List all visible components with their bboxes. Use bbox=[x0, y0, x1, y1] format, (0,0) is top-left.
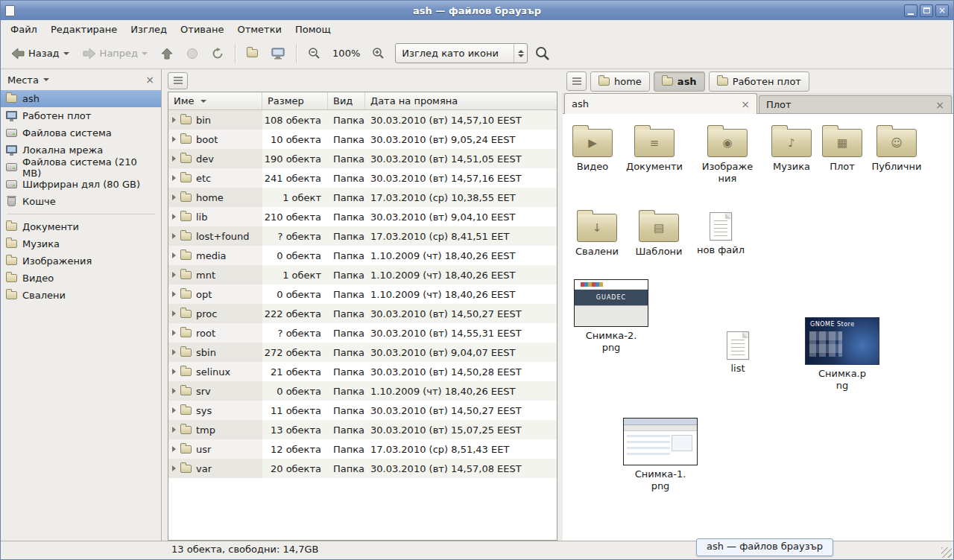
expander-icon[interactable] bbox=[172, 233, 176, 239]
path-button-ash[interactable]: ash bbox=[654, 71, 705, 92]
table-row[interactable]: opt0 обектаПапка1.10.2009 (чт) 18,40,26 … bbox=[168, 284, 557, 304]
expander-icon[interactable] bbox=[172, 446, 176, 452]
folder-item-templates[interactable]: ▤ Шаблони bbox=[629, 209, 689, 258]
sidebar-title[interactable]: Места bbox=[7, 74, 39, 86]
menu-file[interactable]: Файл bbox=[4, 22, 44, 37]
file-item-new-file[interactable]: нов файл bbox=[691, 209, 751, 256]
sidebar-item-pictures[interactable]: Изображения bbox=[1, 252, 161, 270]
column-header-date[interactable]: Дата на промяна bbox=[365, 92, 557, 109]
expander-icon[interactable] bbox=[172, 272, 176, 278]
expander-icon[interactable] bbox=[172, 175, 176, 181]
tab-close-icon[interactable]: × bbox=[741, 99, 750, 109]
table-row[interactable]: sys11 обектаПапка30.03.2010 (вт) 14,50,2… bbox=[168, 401, 557, 420]
table-row[interactable]: bin108 обектаПапка30.03.2010 (вт) 14,57,… bbox=[168, 110, 557, 130]
folder-item-downloads[interactable]: ↓ Свалени bbox=[567, 209, 627, 258]
sidebar-item-music[interactable]: Музика bbox=[1, 235, 161, 252]
sidebar-item-trash[interactable]: Кошче bbox=[1, 193, 161, 210]
table-row[interactable]: lost+found? обектаПапка17.03.2010 (ср) 8… bbox=[168, 226, 557, 246]
taskbar-window-button[interactable]: ash — файлов браузър bbox=[696, 538, 833, 556]
tab-close-icon[interactable]: × bbox=[935, 100, 944, 110]
computer-button[interactable] bbox=[265, 42, 291, 66]
expander-icon[interactable] bbox=[172, 291, 176, 297]
expander-icon[interactable] bbox=[172, 407, 176, 413]
menu-go[interactable]: Отиване bbox=[174, 22, 230, 37]
path-button-home[interactable]: home bbox=[590, 71, 650, 92]
expander-icon[interactable] bbox=[172, 214, 176, 220]
sidebar-item-desktop[interactable]: Работен плот bbox=[1, 107, 161, 124]
table-row[interactable]: home1 обектПапка17.03.2010 (ср) 10,38,55… bbox=[168, 188, 557, 207]
expander-icon[interactable] bbox=[172, 252, 176, 258]
up-button[interactable] bbox=[155, 42, 179, 66]
column-header-size[interactable]: Размер bbox=[262, 92, 328, 109]
expander-icon[interactable] bbox=[172, 117, 176, 123]
table-row[interactable]: sbin272 обектаПапка30.03.2010 (вт) 9,04,… bbox=[168, 343, 557, 362]
sidebar-item-encrypted-80gb[interactable]: Шифриран дял (80 GB) bbox=[1, 176, 161, 193]
menu-edit[interactable]: Редактиране bbox=[44, 22, 124, 37]
table-row[interactable]: var20 обектаПапка30.03.2010 (вт) 14,57,0… bbox=[168, 459, 557, 478]
zoom-in-button[interactable] bbox=[366, 42, 391, 66]
menu-bookmarks[interactable]: Отметки bbox=[230, 22, 288, 37]
sidebar-close-button[interactable]: × bbox=[145, 74, 154, 86]
menu-help[interactable]: Помощ bbox=[288, 22, 338, 37]
table-row[interactable]: root? обектаПапка30.03.2010 (вт) 14,55,3… bbox=[168, 323, 557, 343]
tab-ash[interactable]: ash× bbox=[564, 93, 757, 114]
expander-icon[interactable] bbox=[172, 136, 176, 142]
tab-plot[interactable]: Плот× bbox=[759, 95, 952, 113]
expander-icon[interactable] bbox=[172, 330, 176, 336]
table-row[interactable]: media0 обектаПапка1.10.2009 (чт) 18,40,2… bbox=[168, 246, 557, 265]
table-row[interactable]: tmp13 обектаПапка30.03.2010 (вт) 15,07,2… bbox=[168, 420, 557, 439]
pathbar-toggle-button[interactable] bbox=[566, 71, 587, 91]
folder-item-desktop[interactable]: ▦ Плот bbox=[812, 124, 872, 173]
table-row[interactable]: dev190 обектаПапка30.03.2010 (вт) 14,51,… bbox=[168, 149, 557, 168]
path-button-desktop[interactable]: Работен плот bbox=[709, 71, 809, 92]
folder-item-public[interactable]: ☺ Публични bbox=[867, 124, 926, 173]
file-item-snimka2[interactable]: GUADEC Снимка-2.png bbox=[574, 279, 648, 354]
expander-icon[interactable] bbox=[172, 194, 176, 200]
column-header-type[interactable]: Вид bbox=[328, 92, 365, 109]
forward-button[interactable]: Напред bbox=[77, 42, 154, 66]
image-thumbnail: GUADEC bbox=[574, 279, 648, 327]
table-row[interactable]: usr12 обектаПапка17.03.2010 (ср) 8,51,43… bbox=[168, 439, 557, 459]
expander-icon[interactable] bbox=[172, 465, 176, 471]
sidebar-item-downloads[interactable]: Свалени bbox=[1, 287, 161, 304]
search-button[interactable] bbox=[529, 42, 556, 66]
table-row[interactable]: lib210 обектаПапка30.03.2010 (вт) 9,04,1… bbox=[168, 207, 557, 226]
table-row[interactable]: etc241 обектаПапка30.03.2010 (вт) 14,57,… bbox=[168, 168, 557, 188]
menu-view[interactable]: Изглед bbox=[124, 22, 174, 37]
folder-item-pictures[interactable]: ◉ Изображения bbox=[698, 124, 757, 185]
column-header-name[interactable]: Име bbox=[168, 92, 262, 109]
file-item-list[interactable]: list bbox=[708, 328, 768, 375]
minimize-button[interactable] bbox=[904, 4, 917, 17]
view-mode-select[interactable]: Изглед като икони bbox=[395, 43, 528, 63]
reload-button[interactable] bbox=[206, 42, 230, 66]
expander-icon[interactable] bbox=[172, 311, 176, 316]
location-toggle-button[interactable] bbox=[168, 72, 188, 89]
table-row[interactable]: proc222 обектаПапка30.03.2010 (вт) 14,50… bbox=[168, 304, 557, 323]
expander-icon[interactable] bbox=[172, 156, 176, 162]
file-item-snimka1[interactable]: Снимка-1.png bbox=[623, 418, 698, 493]
table-row[interactable]: mnt1 обектПапка1.10.2009 (чт) 18,40,26 E… bbox=[168, 265, 557, 284]
file-item-snimka[interactable]: GNOME Store Снимка.png bbox=[805, 317, 879, 392]
expander-icon[interactable] bbox=[172, 349, 176, 355]
zoom-out-button[interactable] bbox=[302, 42, 326, 66]
sidebar-item-documents[interactable]: Документи bbox=[1, 218, 161, 235]
maximize-button[interactable] bbox=[920, 4, 933, 17]
sidebar-item-video[interactable]: Видео bbox=[1, 270, 161, 287]
expander-icon[interactable] bbox=[172, 369, 176, 375]
folder-item-documents[interactable]: ≡ Документи bbox=[625, 124, 684, 173]
expander-icon[interactable] bbox=[172, 427, 176, 433]
back-button[interactable]: Назад bbox=[5, 42, 75, 66]
folder-item-video[interactable]: ▶ Видео bbox=[563, 124, 622, 173]
main-area: Места × ash Работен плот Файлова система… bbox=[1, 69, 953, 541]
expander-icon[interactable] bbox=[172, 388, 176, 394]
table-row[interactable]: selinux21 обектаПапка30.03.2010 (вт) 14,… bbox=[168, 362, 557, 381]
table-row[interactable]: boot10 обектаПапка30.03.2010 (вт) 9,05,2… bbox=[168, 130, 557, 149]
stop-button[interactable] bbox=[180, 42, 204, 66]
home-button[interactable] bbox=[241, 42, 264, 66]
table-row[interactable]: srv0 обектаПапка1.10.2009 (чт) 18,40,26 … bbox=[168, 381, 557, 401]
sidebar-item-filesystem[interactable]: Файлова система bbox=[1, 124, 161, 141]
sidebar-item-filesystem-210mb[interactable]: Файлова система (210 MB) bbox=[1, 159, 161, 176]
resize-grip[interactable] bbox=[941, 547, 952, 558]
sidebar-item-ash[interactable]: ash bbox=[1, 90, 161, 107]
close-button[interactable]: × bbox=[935, 4, 949, 17]
